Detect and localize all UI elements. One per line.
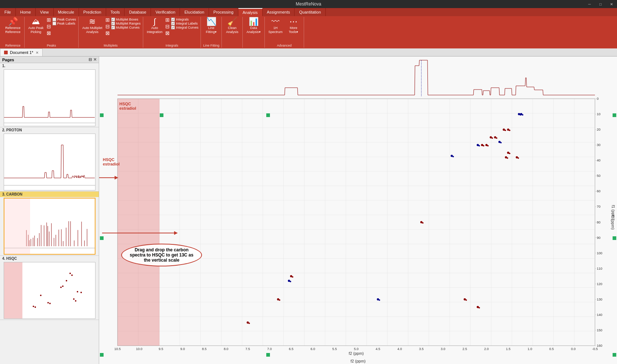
ribbon-group-peaks: ⛰ Auto Peak Picking ⊞ ⊟ ⊠ Peak Curves — [25, 17, 79, 48]
peak-grid-button-2[interactable]: ⊟ — [47, 23, 51, 29]
peak-curves-cb-box — [53, 18, 56, 21]
ribbon-group-integrals: ∫ Auto Integration ⊞ ⊟ ⊠ ✓ Integrals ✓ — [143, 17, 201, 48]
auto-peak-picking-button[interactable]: ⛰ Auto Peak Picking — [27, 17, 45, 34]
page-item-3[interactable]: 3. CARBON — [0, 192, 99, 256]
pages-panel: Pages ⊟ ✕ 1. 2. PROTON — [0, 57, 99, 364]
page-2-thumb — [4, 134, 95, 190]
tab-molecule[interactable]: Molecule — [54, 8, 79, 16]
tab-assignments[interactable]: Assignments — [263, 8, 295, 16]
page-3-thumb — [4, 198, 95, 255]
integrals-small-1[interactable]: ⊞ — [165, 17, 170, 23]
spectrum-area: HSQC estradiol Drag and drop the carbon … — [99, 57, 617, 364]
auto-multiplet-button[interactable]: ≋ Auto Multiplet Analysis — [81, 17, 104, 34]
auto-multiplet-icon: ≋ — [89, 18, 95, 26]
corner-dot-mr — [613, 236, 616, 240]
data-analysis-icon: 📊 — [249, 18, 259, 26]
integrals-checkbox[interactable]: ✓ Integrals — [171, 18, 198, 21]
line-fitting-icon: 📉 — [206, 18, 216, 26]
multiplets-group-items: ≋ Auto Multiplet Analysis ⊞ ⊟ ⊠ ✓ Multip… — [81, 17, 141, 44]
drag-annotation: Drag and drop the carbon spectra to HSQC… — [121, 244, 202, 266]
x-axis-text: f2 (ppm) — [351, 359, 366, 363]
peak-labels-checkbox[interactable]: Peak Labels — [53, 22, 76, 25]
y-axis-text: f1 (ppm) — [611, 205, 616, 220]
multiplet-small-3[interactable]: ⊠ — [105, 30, 110, 36]
tab-elucidation[interactable]: Elucidation — [180, 8, 209, 16]
clean-analysis-items: 🧹 Clean Analysis — [224, 17, 240, 47]
multiplet-small-1[interactable]: ⊞ — [105, 17, 110, 23]
window-controls: ─ □ ✕ — [584, 0, 617, 8]
integral-curves-checkbox[interactable]: ✓ Integral Curves — [171, 26, 198, 29]
integrals-checkboxes: ✓ Integrals ✓ Integral Labels ✓ Integral… — [171, 17, 198, 30]
arrow-line — [102, 233, 176, 233]
integral-curves-cb-box: ✓ — [171, 26, 175, 29]
title-bar: MestReNova ─ □ ✕ — [0, 0, 617, 8]
integrals-small-3[interactable]: ⊠ — [165, 30, 170, 36]
tab-prediction[interactable]: Prediction — [79, 8, 106, 16]
tab-home[interactable]: Home — [16, 8, 36, 16]
integrals-cb-box: ✓ — [171, 18, 175, 21]
page-1-thumb — [4, 69, 95, 126]
spectrum-1h-button[interactable]: 〰 1H Spectrum — [267, 17, 284, 34]
corner-dot-tc1 — [160, 113, 163, 117]
pages-scroll[interactable]: 1. 2. PROTON 3. CARBON — [0, 63, 99, 364]
tab-verification[interactable]: Verification — [151, 8, 180, 16]
integrals-small-2[interactable]: ⊟ — [165, 23, 170, 29]
multiplet-ranges-checkbox[interactable]: ✓ Multiplet Ranges — [111, 22, 141, 25]
peak-labels-cb-box — [53, 22, 56, 25]
auto-integration-button[interactable]: ∫ Auto Integration — [145, 17, 164, 34]
peak-curves-checkbox[interactable]: Peak Curves — [53, 18, 76, 21]
minimize-button[interactable]: ─ — [584, 0, 595, 8]
tab-file[interactable]: File — [0, 8, 16, 16]
page-4-header: 4. HSQC — [0, 256, 99, 261]
spectrum-title-line2: estradiol — [103, 162, 120, 166]
pages-collapse-icon[interactable]: ⊟ — [89, 57, 92, 62]
tab-processing[interactable]: Processing — [209, 8, 238, 16]
ribbon-content: 📌 Reference Reference Reference ⛰ Auto P… — [0, 16, 617, 48]
multiplet-boxes-checkbox[interactable]: ✓ Multiplet Boxes — [111, 18, 141, 21]
peak-grid-button-3[interactable]: ⊠ — [47, 30, 51, 36]
line-fitting-button[interactable]: 📉 Line Fitting▾ — [203, 17, 219, 34]
page-item-1[interactable]: 1. — [0, 63, 99, 127]
tab-analysis[interactable]: Analysis — [238, 8, 263, 16]
y-axis-label: f1 (ppm) — [611, 205, 616, 220]
peak-grid-button-1[interactable]: ⊞ — [47, 17, 51, 23]
document-tab[interactable]: Document 1* ✕ — [0, 48, 43, 56]
integral-labels-checkbox[interactable]: ✓ Integral Labels — [171, 22, 198, 25]
close-button[interactable]: ✕ — [606, 0, 617, 8]
tab-view[interactable]: View — [36, 8, 54, 16]
page-3-header: 3. CARBON — [0, 192, 99, 197]
more-tools-button[interactable]: ⋯ More Tools▾ — [285, 17, 302, 34]
restore-button[interactable]: □ — [595, 0, 606, 8]
peaks-small-buttons: ⊞ ⊟ ⊠ — [47, 17, 51, 36]
arrow-annotation — [102, 233, 176, 233]
page-4-label: 4. HSQC — [2, 256, 17, 261]
corner-dot-ml — [100, 236, 104, 240]
corner-dot-tr — [613, 113, 616, 117]
pages-close-icon[interactable]: ✕ — [93, 57, 97, 62]
auto-peak-icon: ⛰ — [32, 18, 40, 26]
data-analysis-button[interactable]: 📊 Data Analysis▾ — [245, 17, 262, 34]
ribbon-group-advanced: 〰 1H Spectrum ⋯ More Tools▾ Advanced — [265, 17, 304, 48]
page-item-2[interactable]: 2. PROTON — [0, 127, 99, 192]
auto-integration-icon: ∫ — [154, 18, 156, 26]
tab-tools[interactable]: Tools — [106, 8, 125, 16]
spectrum-1h-icon: 〰 — [271, 18, 279, 26]
page-item-4[interactable]: 4. HSQC — [0, 256, 99, 320]
page-2-header: 2. PROTON — [0, 127, 99, 133]
spectrum-label: HSQC estradiol — [103, 157, 120, 166]
multiplet-boxes-cb-box: ✓ — [111, 18, 115, 21]
tab-quantitation[interactable]: Quantitation — [295, 8, 325, 16]
tab-database[interactable]: Database — [125, 8, 151, 16]
clean-analysis-button[interactable]: 🧹 Clean Analysis — [224, 17, 240, 34]
reference-group-items: 📌 Reference Reference — [4, 17, 22, 44]
page-1-header: 1. — [0, 63, 99, 69]
multiplet-small-2[interactable]: ⊟ — [105, 23, 110, 29]
ribbon-group-data-analysis: 📊 Data Analysis▾ — [243, 17, 265, 48]
page-4-thumb — [4, 262, 95, 319]
app-title: MestReNova — [296, 1, 321, 7]
reference-button[interactable]: 📌 Reference Reference — [4, 17, 22, 34]
peaks-group-items: ⛰ Auto Peak Picking ⊞ ⊟ ⊠ Peak Curves — [27, 17, 76, 44]
doc-tab-close[interactable]: ✕ — [36, 51, 39, 55]
multiplets-checkboxes: ✓ Multiplet Boxes ✓ Multiplet Ranges ✓ M… — [111, 17, 141, 30]
multiplet-curves-checkbox[interactable]: ✓ Multiplet Curves — [111, 26, 141, 29]
